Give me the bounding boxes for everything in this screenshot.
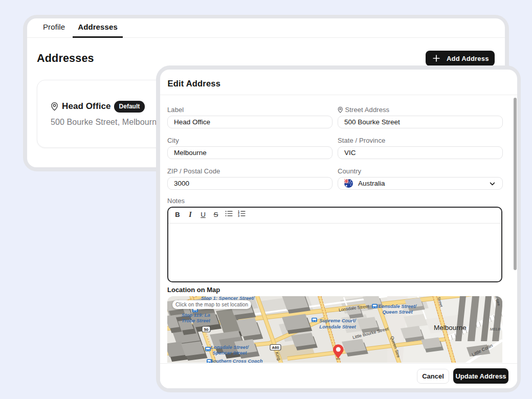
svg-text:MELB: MELB — [490, 327, 500, 331]
svg-text:Lonsdale Street/: Lonsdale Street/ — [211, 344, 249, 350]
svg-text:Trobe Street: Trobe Street — [182, 318, 211, 323]
svg-text:3: 3 — [238, 214, 239, 217]
svg-text:Lonsdale Street: Lonsdale Street — [319, 324, 356, 329]
svg-text:Melbourne: Melbourne — [434, 324, 467, 331]
svg-text:A60: A60 — [272, 345, 279, 350]
svg-text:Queen Street: Queen Street — [382, 309, 413, 315]
svg-text:Spencer Street: Spencer Street — [212, 350, 247, 356]
svg-text:Southern Cross Coach: Southern Cross Coach — [210, 358, 263, 363]
svg-text:Lonsdale Street/: Lonsdale Street/ — [379, 303, 417, 309]
svg-text:Stop 119: La: Stop 119: La — [182, 312, 210, 318]
svg-text:Supreme Court/: Supreme Court/ — [319, 318, 357, 323]
svg-text:50: 50 — [204, 327, 209, 332]
